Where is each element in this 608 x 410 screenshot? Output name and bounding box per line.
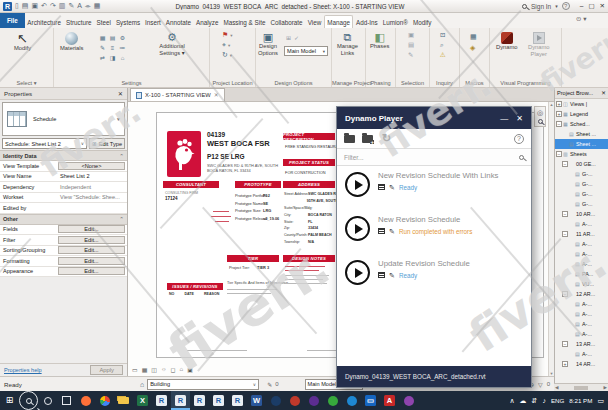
edit-type-button[interactable]: ⊞ Edit Type <box>89 138 125 149</box>
settings-mini-icon[interactable]: ⌂ <box>118 53 127 62</box>
visual-studio-icon[interactable] <box>304 391 323 410</box>
status-icon[interactable]: ▽ <box>538 381 543 388</box>
caret-down-icon[interactable]: ▼ <box>116 116 121 122</box>
property-row[interactable]: Edited by <box>0 203 127 214</box>
save-icon[interactable]: ▣ <box>31 2 38 10</box>
view-control-icon[interactable]: ▭ <box>132 366 138 373</box>
workset-select[interactable]: Building∨ <box>147 379 259 390</box>
grid-icon[interactable]: ▦ <box>94 2 101 10</box>
expander-icon[interactable] <box>568 281 574 287</box>
play-button[interactable] <box>345 260 370 285</box>
position-icon[interactable]: ↻ ▾ <box>222 51 233 59</box>
tree-item[interactable]: + ▦ Legend <box>555 109 608 119</box>
expander-icon[interactable]: + <box>556 111 562 117</box>
settings-mini-icon[interactable]: ✎ <box>98 43 107 52</box>
active-design-option-select[interactable]: Main Model▾ <box>284 46 328 56</box>
property-row[interactable]: FilterEdit... <box>0 235 127 246</box>
new-icon[interactable]: ▯ <box>15 2 19 10</box>
tree-item[interactable]: − 13 AR... <box>555 339 608 349</box>
expander-icon[interactable]: − <box>562 161 568 167</box>
notification-center-icon[interactable]: ▭ <box>597 397 604 405</box>
expander-icon[interactable]: − <box>562 211 568 217</box>
section-identity-data[interactable]: Identity Data⌃ <box>0 150 127 161</box>
close-icon[interactable]: ✕ <box>516 114 523 123</box>
tree-item[interactable]: ▤ A-... <box>555 309 608 319</box>
save-selection-icon[interactable]: ▣ <box>408 31 414 39</box>
expander-icon[interactable] <box>568 171 574 177</box>
settings-mini-icon[interactable]: ≔ <box>118 43 127 52</box>
tree-item[interactable]: ▤ G-... <box>555 179 608 189</box>
materials-button[interactable]: Materials <box>60 32 84 52</box>
details-icon[interactable] <box>378 184 385 191</box>
scroll-up-icon[interactable]: ▲ <box>550 102 554 107</box>
tab-manage[interactable]: Manage <box>324 15 354 28</box>
help-icon[interactable]: ? <box>562 2 570 10</box>
view-control-icon[interactable]: ◫ <box>151 366 157 373</box>
file-explorer-icon[interactable] <box>114 391 133 410</box>
expander-icon[interactable] <box>568 321 574 327</box>
expander-icon[interactable] <box>568 271 574 277</box>
status-icon[interactable]: 0 <box>547 381 550 388</box>
tree-item[interactable]: ▤ A-... <box>555 349 608 359</box>
text-icon[interactable]: A <box>77 2 82 10</box>
task-view-icon[interactable] <box>57 391 76 410</box>
ids-icon[interactable]: ⊡ <box>440 31 446 39</box>
onedrive-icon[interactable]: ☁ <box>520 397 527 405</box>
status-icon[interactable]: ✎ <box>267 381 272 388</box>
view-control-icon[interactable]: ⌂ <box>180 366 184 373</box>
settings-mini-icon[interactable]: ▤ <box>108 33 117 42</box>
type-combo[interactable]: Schedule: Sheet List 2∨ <box>2 138 87 149</box>
close-tab-icon[interactable]: ✕ <box>214 92 219 98</box>
property-row[interactable]: Sorting/GroupingEdit... <box>0 246 127 257</box>
coordinates-icon[interactable]: ⌖ ▾ <box>222 41 233 49</box>
firefox-icon[interactable] <box>76 391 95 410</box>
property-row[interactable]: AppearanceEdit... <box>0 267 127 278</box>
filter-input[interactable]: Filter... <box>337 149 531 166</box>
app-icon[interactable] <box>323 391 342 410</box>
tree-item[interactable]: ▤ PA... <box>555 269 608 279</box>
phases-button[interactable]: ◧ Phases <box>370 32 389 50</box>
add-option-icon[interactable]: ⊞ <box>286 34 291 41</box>
ribbon-tab[interactable]: Massing & Site <box>221 16 268 28</box>
property-row[interactable]: DependencyIndependent <box>0 182 127 193</box>
view-tab-active[interactable]: X-100 - STARTING VIEW ✕ <box>130 88 225 101</box>
browse-folder-icon[interactable] <box>344 135 355 143</box>
tree-item[interactable]: ▤ Sheet ... <box>555 129 608 139</box>
modify-button[interactable]: ↖ Modify <box>14 32 31 52</box>
dynamo-player-titlebar[interactable]: Dynamo Player — ✕ <box>337 107 531 129</box>
tree-item[interactable]: ▤ A-... <box>555 319 608 329</box>
minimize-button[interactable]: – <box>580 2 584 10</box>
network-icon[interactable]: ⇵ <box>532 397 538 405</box>
script-item[interactable]: New Revision Schedule ✎ Run completed wi… <box>337 210 531 254</box>
tree-item-selected[interactable]: ▤ Sheet ... <box>555 139 608 149</box>
scroll-left-icon[interactable]: ◀ <box>555 385 558 390</box>
load-selection-icon[interactable]: ▤ <box>408 41 414 49</box>
section-other[interactable]: Other⌃ <box>0 214 127 225</box>
settings-mini-icon[interactable]: ▦ <box>98 33 107 42</box>
revit-app-icon[interactable]: R <box>3 2 12 11</box>
pick-option-icon[interactable]: ✓ <box>294 34 299 41</box>
edit-selection-icon[interactable]: ✎ <box>408 51 414 59</box>
close-icon[interactable]: ✕ <box>118 90 123 97</box>
print-icon[interactable]: ▥ <box>59 2 66 10</box>
location-icon[interactable]: ⚑ ▾ <box>222 31 233 39</box>
expander-icon[interactable] <box>568 201 574 207</box>
acrobat-icon[interactable]: A <box>380 391 399 410</box>
play-button[interactable] <box>345 216 370 241</box>
expander-icon[interactable] <box>568 301 574 307</box>
word-icon[interactable]: W <box>247 391 266 410</box>
script-item[interactable]: New Revision Schedule With Links ✎ Ready <box>337 166 531 210</box>
status-icon[interactable]: 0 <box>275 381 278 388</box>
scrollbar-thumb[interactable] <box>574 386 588 390</box>
details-icon[interactable] <box>378 272 385 279</box>
view-control-icon[interactable]: ◻ <box>171 366 176 373</box>
property-row[interactable]: View NameSheet List 2 <box>0 172 127 183</box>
edit-inputs-icon[interactable]: ✎ <box>389 184 395 191</box>
expander-icon[interactable]: − <box>556 121 562 127</box>
cortana-icon[interactable] <box>38 391 57 410</box>
expander-icon[interactable] <box>568 311 574 317</box>
properties-help-link[interactable]: Properties help <box>4 367 42 373</box>
redo-icon[interactable]: ↷ <box>50 2 56 10</box>
settings-mini-icon[interactable]: ⚙ <box>118 33 127 42</box>
details-icon[interactable] <box>378 228 385 235</box>
